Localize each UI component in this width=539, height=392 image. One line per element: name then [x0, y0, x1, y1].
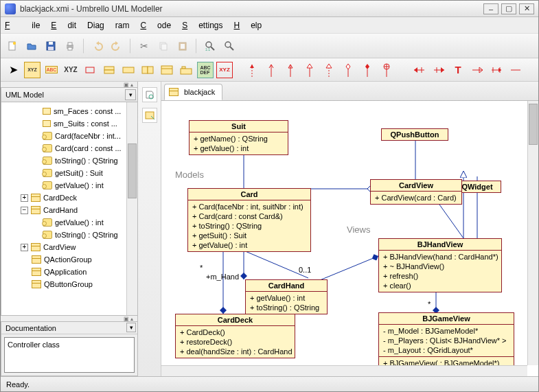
xyz-tool[interactable]: XYZ: [216, 62, 233, 78]
save-button[interactable]: [43, 38, 58, 54]
labeled-box-tool[interactable]: [101, 62, 117, 78]
side-tab-2[interactable]: [142, 108, 157, 123]
note-tool[interactable]: XYZ: [62, 62, 79, 78]
uml-class-carddeck[interactable]: CardDeck + CardDeck()+ restoreDeck()+ de…: [175, 314, 295, 358]
svg-rect-19: [104, 70, 114, 73]
enum-tool[interactable]: [159, 62, 175, 78]
copy-button[interactable]: [156, 38, 171, 54]
anchor-3-tool[interactable]: [469, 62, 485, 78]
section-label: Views: [347, 224, 370, 235]
tree-header-dropdown[interactable]: ▾: [125, 89, 136, 100]
paste-button[interactable]: [175, 38, 190, 54]
uml-class-bjgameview[interactable]: BJGameView - m_Model : BJGameModel*- m_P…: [378, 312, 514, 370]
containment-tool[interactable]: [378, 62, 395, 78]
interface-tool[interactable]: [120, 62, 137, 78]
tree-item[interactable]: getSuit() : Suit: [5, 167, 137, 179]
svg-rect-11: [181, 44, 185, 49]
menu-settings[interactable]: Settings: [182, 21, 222, 30]
tree-item[interactable]: Card(faceNbr : int...: [5, 130, 137, 142]
tree-item[interactable]: getValue() : int: [5, 216, 137, 229]
tree-view[interactable]: sm_Faces : const ... sm_Suits : const ..…: [1, 102, 137, 316]
expander-icon[interactable]: +: [21, 194, 28, 202]
svg-rect-22: [148, 67, 153, 73]
anchor-1-tool[interactable]: [411, 62, 428, 78]
print-button[interactable]: [62, 38, 78, 54]
datatype-tool[interactable]: [139, 62, 156, 78]
diagram-tabstrip: blackjack: [161, 82, 538, 101]
status-text: Ready.: [6, 380, 30, 389]
zoom-button[interactable]: [222, 38, 237, 54]
tree-item[interactable]: QButtonGroup: [5, 278, 137, 290]
new-button[interactable]: [5, 38, 20, 54]
uml-class-cardhand[interactable]: CardHand + getValue() : int+ toString() …: [245, 279, 328, 314]
tree-item[interactable]: toString() : QString: [5, 154, 137, 167]
pointer-tool[interactable]: ➤: [5, 62, 21, 78]
doc-header-dropdown[interactable]: ▾: [126, 323, 136, 332]
tree-item[interactable]: toString() : QString: [5, 229, 137, 241]
minimize-button[interactable]: –: [483, 3, 498, 14]
menu-file[interactable]: File: [5, 21, 40, 30]
open-button[interactable]: [24, 38, 39, 54]
menu-help[interactable]: Help: [234, 21, 262, 30]
titlebar: blackjack.xmi - Umbrello UML Modeller – …: [1, 1, 538, 17]
svg-rect-20: [123, 67, 134, 73]
canvas-scrollbar-vertical[interactable]: [527, 101, 538, 365]
tree-item[interactable]: sm_Faces : const ...: [5, 105, 137, 117]
tree-item[interactable]: −CardHand: [5, 204, 137, 216]
anchor-4-tool[interactable]: [488, 62, 505, 78]
svg-point-12: [206, 42, 211, 47]
cut-button[interactable]: ✂: [137, 38, 152, 54]
expander-icon[interactable]: −: [21, 207, 28, 214]
side-tab-1[interactable]: [142, 87, 157, 102]
generalization-tool[interactable]: [301, 62, 318, 78]
aggregation-tool[interactable]: [340, 62, 356, 78]
diagram-canvas[interactable]: Models Views Suit + getName() : QString+…: [161, 101, 538, 376]
panel-handle[interactable]: ▣ ▴: [1, 316, 137, 321]
undo-button[interactable]: [90, 38, 105, 54]
expander-icon[interactable]: +: [21, 244, 28, 251]
documentation-input[interactable]: Controller class: [4, 337, 135, 373]
component-tool[interactable]: ABCDEF: [197, 62, 214, 78]
menu-edit[interactable]: Edit: [51, 21, 76, 30]
svg-rect-23: [161, 66, 172, 74]
class-diagram-icon: [169, 88, 179, 96]
association-tool[interactable]: [263, 62, 279, 78]
composition-tool[interactable]: [359, 62, 376, 78]
canvas-scrollbar-horizontal[interactable]: [161, 365, 527, 376]
assoc-label: *: [200, 264, 203, 272]
dependency-tool[interactable]: [244, 62, 260, 78]
menu-code[interactable]: Code: [140, 21, 171, 30]
tree-item[interactable]: QActionGroup: [5, 253, 137, 266]
tree-item[interactable]: +CardDeck: [5, 192, 137, 204]
box-tool[interactable]: [82, 62, 98, 78]
panel-handle[interactable]: ▣ ▴: [1, 82, 137, 87]
tree-item[interactable]: +CardView: [5, 241, 137, 253]
tree-item[interactable]: sm_Suits : const ...: [5, 117, 137, 130]
tree-item[interactable]: QApplication: [5, 266, 137, 278]
maximize-button[interactable]: ▢: [501, 3, 516, 14]
text-tool[interactable]: T: [450, 62, 466, 78]
uml-class-suit[interactable]: Suit + getName() : QString+ getValue() :…: [189, 120, 288, 155]
uml-class-qpushbutton[interactable]: QPushButton: [381, 128, 448, 141]
diagram-tab[interactable]: blackjack: [164, 84, 222, 100]
tree-item[interactable]: getValue() : int: [5, 179, 137, 192]
menu-diagram[interactable]: DiagramDiagram: [87, 21, 129, 30]
unidirectional-tool[interactable]: [282, 62, 299, 78]
svg-rect-3: [49, 42, 53, 45]
realization-tool[interactable]: [321, 62, 337, 78]
svg-text:1:1: 1:1: [205, 47, 210, 51]
zoom-fit-button[interactable]: 1:1: [203, 38, 218, 54]
class-tool-2[interactable]: ABC: [43, 62, 60, 78]
tree-scrollbar[interactable]: [126, 102, 137, 315]
line-tool[interactable]: [507, 62, 524, 78]
package-tool[interactable]: [178, 62, 194, 78]
uml-class-card[interactable]: Card + Card(faceNbr : int, suitNbr : int…: [187, 188, 311, 252]
tree-item[interactable]: Card(card : const ...: [5, 142, 137, 154]
uml-class-cardview[interactable]: CardView + CardView(card : Card): [370, 179, 462, 205]
class-tool[interactable]: XYZ: [24, 62, 41, 78]
anchor-2-tool[interactable]: [431, 62, 447, 78]
uml-class-bjhandview[interactable]: BJHandView + BJHandView(hand : CardHand*…: [378, 238, 502, 292]
svg-rect-26: [181, 69, 192, 74]
redo-button[interactable]: [109, 38, 124, 54]
close-button[interactable]: ✕: [519, 3, 534, 14]
